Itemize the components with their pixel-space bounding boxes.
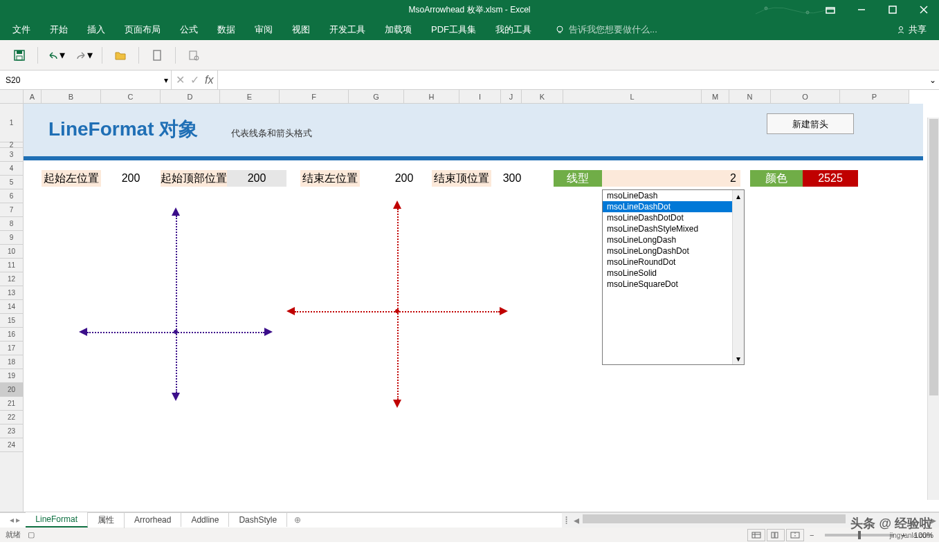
column-header-E[interactable]: E: [220, 90, 280, 103]
column-header-F[interactable]: F: [280, 90, 349, 103]
open-button[interactable]: [108, 43, 133, 68]
redo-button[interactable]: ▾: [71, 43, 96, 68]
column-header-N[interactable]: N: [729, 90, 771, 103]
expand-formula-icon[interactable]: ⌄: [929, 75, 936, 85]
tab-review[interactable]: 审阅: [245, 19, 282, 40]
ribbon-display-icon[interactable]: [814, 0, 846, 19]
column-header-O[interactable]: O: [771, 90, 840, 103]
maximize-button[interactable]: [877, 0, 908, 19]
start-left-value[interactable]: 200: [101, 170, 161, 187]
undo-button[interactable]: ▾: [44, 43, 69, 68]
new-button[interactable]: [145, 43, 170, 68]
column-header-K[interactable]: K: [522, 90, 563, 103]
sheet-grid[interactable]: LineFormat 对象 代表线条和箭头格式 新建箭头 起始左位置 200 起…: [24, 104, 939, 512]
normal-view-button[interactable]: [747, 529, 765, 541]
tab-mytools[interactable]: 我的工具: [486, 19, 541, 40]
start-top-value[interactable]: 200: [227, 170, 286, 187]
row-header-20[interactable]: 20: [0, 383, 23, 397]
scroll-left-icon[interactable]: ◂: [571, 514, 582, 527]
row-header-8[interactable]: 8: [0, 217, 23, 231]
vertical-scrollbar[interactable]: [927, 118, 939, 500]
save-button[interactable]: [7, 43, 32, 68]
share-button[interactable]: 共享: [886, 19, 936, 40]
column-header-G[interactable]: G: [349, 90, 404, 103]
tab-insert[interactable]: 插入: [78, 19, 115, 40]
row-header-5[interactable]: 5: [0, 176, 23, 189]
dropdown-item[interactable]: msoLineSquareDot: [603, 279, 744, 290]
column-header-A[interactable]: A: [24, 90, 42, 103]
row-header-23[interactable]: 23: [0, 424, 23, 438]
column-header-J[interactable]: J: [501, 90, 522, 103]
add-sheet-button[interactable]: ⊕: [287, 515, 308, 525]
chevron-down-icon[interactable]: ▾: [164, 75, 168, 85]
column-header-D[interactable]: D: [161, 90, 220, 103]
page-layout-view-button[interactable]: [767, 529, 785, 541]
tab-view[interactable]: 视图: [282, 19, 320, 40]
dropdown-item[interactable]: msoLineRoundDot: [603, 256, 744, 268]
row-header-6[interactable]: 6: [0, 189, 23, 203]
close-button[interactable]: [908, 0, 939, 19]
row-header-14[interactable]: 14: [0, 300, 23, 314]
row-header-19[interactable]: 19: [0, 369, 23, 383]
fx-icon[interactable]: fx: [205, 74, 213, 86]
macro-record-icon[interactable]: ▢: [28, 530, 35, 539]
preview-button[interactable]: [181, 43, 206, 68]
scroll-up-icon[interactable]: ▴: [733, 190, 744, 202]
dropdown-scrollbar[interactable]: ▴ ▾: [732, 190, 744, 364]
tab-data[interactable]: 数据: [208, 19, 245, 40]
formula-input[interactable]: ⌄: [218, 71, 939, 89]
dropdown-item[interactable]: msoLineDashDotDot: [603, 212, 744, 223]
column-header-P[interactable]: P: [840, 90, 909, 103]
sheet-tab-addline[interactable]: Addline: [181, 513, 229, 527]
accept-formula-icon[interactable]: ✓: [190, 73, 199, 86]
row-header-2[interactable]: 2: [0, 142, 23, 148]
arrow-shape-red[interactable]: [286, 200, 508, 408]
scroll-down-icon[interactable]: ▾: [733, 353, 744, 364]
row-header-1[interactable]: 1: [0, 104, 23, 142]
tell-me-box[interactable]: 告诉我您想要做什么...: [555, 24, 657, 36]
page-break-view-button[interactable]: [786, 529, 804, 541]
sheet-tab-dashstyle[interactable]: DashStyle: [229, 513, 287, 527]
column-header-B[interactable]: B: [42, 90, 101, 103]
arrow-shape-purple[interactable]: [79, 207, 273, 401]
column-header-I[interactable]: I: [459, 90, 501, 103]
zoom-out-button[interactable]: −: [810, 531, 814, 539]
dropdown-item[interactable]: msoLineDash: [603, 190, 744, 201]
dropdown-item[interactable]: msoLineLongDash: [603, 234, 744, 245]
new-arrow-button[interactable]: 新建箭头: [767, 113, 854, 134]
sheet-nav[interactable]: ◂ ▸: [4, 515, 26, 525]
linetype-value[interactable]: 2: [602, 170, 740, 187]
row-header-13[interactable]: 13: [0, 286, 23, 300]
row-header-18[interactable]: 18: [0, 355, 23, 369]
dropdown-item[interactable]: msoLineDashDot: [603, 201, 744, 212]
dropdown-item[interactable]: msoLineDashStyleMixed: [603, 223, 744, 234]
row-header-22[interactable]: 22: [0, 411, 23, 424]
column-header-H[interactable]: H: [404, 90, 459, 103]
dropdown-item[interactable]: msoLineLongDashDot: [603, 245, 744, 256]
name-box[interactable]: S20 ▾: [0, 71, 172, 89]
end-left-value[interactable]: 200: [376, 170, 432, 187]
sheet-tab-properties[interactable]: 属性: [88, 512, 125, 528]
dropdown-item[interactable]: msoLineSolid: [603, 268, 744, 279]
row-header-12[interactable]: 12: [0, 272, 23, 286]
row-header-9[interactable]: 9: [0, 231, 23, 245]
column-header-M[interactable]: M: [702, 90, 729, 103]
row-header-11[interactable]: 11: [0, 259, 23, 272]
select-all-corner[interactable]: [0, 90, 24, 104]
sheet-tab-arrowhead[interactable]: Arrorhead: [125, 513, 181, 527]
tab-developer[interactable]: 开发工具: [320, 19, 375, 40]
tab-pdf[interactable]: PDF工具集: [421, 19, 486, 40]
color-value[interactable]: 2525: [803, 170, 858, 187]
cancel-formula-icon[interactable]: ✕: [176, 73, 185, 86]
row-header-10[interactable]: 10: [0, 245, 23, 259]
tab-formulas[interactable]: 公式: [170, 19, 208, 40]
tab-addins[interactable]: 加载项: [375, 19, 421, 40]
minimize-button[interactable]: [846, 0, 877, 19]
sheet-tab-lineformat[interactable]: LineFormat: [26, 512, 88, 528]
tab-file[interactable]: 文件: [3, 19, 40, 40]
tab-home[interactable]: 开始: [40, 19, 78, 40]
column-header-C[interactable]: C: [101, 90, 161, 103]
end-top-value[interactable]: 300: [491, 170, 533, 187]
row-header-15[interactable]: 15: [0, 314, 23, 328]
row-header-7[interactable]: 7: [0, 203, 23, 217]
